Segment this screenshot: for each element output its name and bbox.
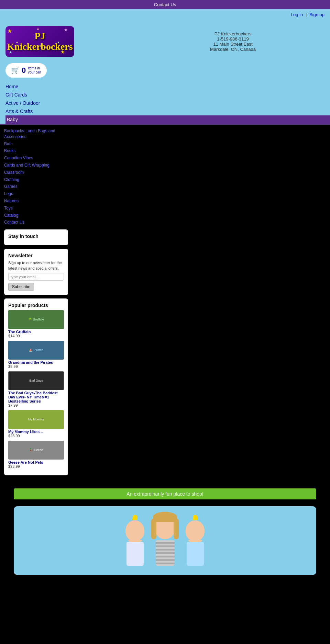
store-name: PJ Knickerbockers bbox=[210, 31, 256, 36]
popular-products-title: Popular products bbox=[8, 303, 64, 308]
nav-gift-cards[interactable]: Gift Cards bbox=[6, 91, 330, 99]
signup-link[interactable]: Sign up bbox=[309, 12, 324, 17]
bottom-banner: An extraordinarily fun place to shop! bbox=[14, 488, 316, 499]
product-price-geese: $23.99 bbox=[8, 464, 64, 468]
sidebar-item-games[interactable]: Games bbox=[4, 183, 68, 190]
top-bar: Contact Us bbox=[0, 0, 330, 9]
auth-links: Log in | Sign up bbox=[291, 12, 324, 17]
auth-separator: | bbox=[306, 12, 307, 17]
product-price-bad-guys: $7.99 bbox=[8, 403, 64, 407]
product-image-gruffalo: 🌳 Gruffalo bbox=[8, 310, 64, 329]
logo[interactable]: ★ ★ ★ ★ ★ ★ ★ PJKnickerbockers bbox=[6, 26, 74, 57]
popular-products-widget: Popular products 🌳 Gruffalo The Gruffalo… bbox=[4, 298, 68, 475]
stay-in-touch-widget: Stay in touch bbox=[4, 229, 68, 245]
subscribe-button[interactable]: Subscribe bbox=[8, 283, 34, 291]
newsletter-title: Newsletter bbox=[8, 253, 64, 258]
product-item-bad-guys[interactable]: Bad Guys The Bad Guys-The Baddest Day Ev… bbox=[8, 371, 64, 407]
product-title-gruffalo: The Gruffalo bbox=[8, 330, 64, 334]
bottom-image-area bbox=[14, 506, 316, 575]
product-item-mommy[interactable]: My Mommy My Mommy Likes... $23.99 bbox=[8, 410, 64, 438]
sidebar-item-natures[interactable]: Natures bbox=[4, 197, 68, 205]
navigation: Home Gift Cards Active / Outdoor Arts & … bbox=[0, 81, 330, 125]
product-price-grandma: $8.99 bbox=[8, 364, 64, 369]
logo-text: PJKnickerbockers bbox=[7, 31, 73, 52]
doll-2 bbox=[155, 517, 175, 566]
main-content: Backpacks-Lunch Bags and Accessories Bat… bbox=[0, 125, 330, 482]
nav-active-outdoor[interactable]: Active / Outdoor bbox=[6, 99, 330, 107]
sidebar-item-bath[interactable]: Bath bbox=[4, 140, 68, 148]
cart-count: 0 bbox=[22, 66, 26, 75]
sidebar-item-classroom[interactable]: Classroom bbox=[4, 169, 68, 176]
product-image-mommy: My Mommy bbox=[8, 410, 64, 429]
cart-icon: 🛒 bbox=[11, 66, 20, 75]
sidebar-item-backpacks[interactable]: Backpacks-Lunch Bags and Accessories bbox=[4, 127, 68, 140]
sidebar-item-contact-us[interactable]: Contact Us bbox=[4, 219, 68, 226]
contact-us-label[interactable]: Contact Us bbox=[154, 2, 176, 7]
product-title-geese: Geese Are Not Pets bbox=[8, 460, 64, 464]
cart-label2: your cart bbox=[28, 70, 41, 75]
doll-3 bbox=[186, 515, 205, 566]
sidebar: Backpacks-Lunch Bags and Accessories Bat… bbox=[0, 125, 72, 482]
email-field[interactable] bbox=[8, 273, 64, 281]
sidebar-item-toys[interactable]: Toys bbox=[4, 205, 68, 212]
sidebar-item-catalog[interactable]: Catalog bbox=[4, 212, 68, 219]
auth-area: Log in | Sign up bbox=[0, 9, 330, 20]
nav-baby[interactable]: Baby bbox=[6, 115, 330, 124]
product-price-gruffalo: $14.99 bbox=[8, 334, 64, 338]
product-image-bad-guys: Bad Guys bbox=[8, 371, 64, 390]
sidebar-item-lego[interactable]: Lego bbox=[4, 190, 68, 197]
spacer bbox=[0, 482, 330, 488]
doll-figures bbox=[122, 511, 208, 569]
cart-label1: items in bbox=[28, 66, 41, 70]
logo-info-area: ★ ★ ★ ★ ★ ★ ★ PJKnickerbockers PJ Knicke… bbox=[0, 20, 330, 63]
login-link[interactable]: Log in bbox=[291, 12, 303, 17]
nav-arts-crafts[interactable]: Arts & Crafts bbox=[6, 107, 330, 115]
cart-cloud[interactable]: 🛒 0 items in your cart bbox=[6, 63, 47, 78]
store-phone: 1-519-986-3119 bbox=[210, 36, 256, 42]
nav-home[interactable]: Home bbox=[6, 82, 330, 91]
product-image-grandma: ⛵ Pirates bbox=[8, 341, 64, 360]
bottom-banner-text: An extraordinarily fun place to shop! bbox=[126, 491, 203, 497]
product-item-geese[interactable]: 🦆 Geese Geese Are Not Pets $23.99 bbox=[8, 441, 64, 468]
sidebar-item-clothing[interactable]: Clothing bbox=[4, 176, 68, 183]
product-title-grandma: Grandma and the Pirates bbox=[8, 360, 64, 364]
stay-in-touch-title: Stay in touch bbox=[8, 234, 64, 239]
product-title-mommy: My Mommy Likes... bbox=[8, 430, 64, 434]
store-info: PJ Knickerbockers 1-519-986-3119 11 Main… bbox=[210, 31, 256, 52]
doll-1 bbox=[125, 515, 144, 566]
cart-label: items in your cart bbox=[28, 66, 41, 75]
product-image-geese: 🦆 Geese bbox=[8, 441, 64, 460]
product-item-grandma[interactable]: ⛵ Pirates Grandma and the Pirates $8.99 bbox=[8, 341, 64, 369]
cart-area: 🛒 0 items in your cart bbox=[0, 63, 330, 81]
product-item-gruffalo[interactable]: 🌳 Gruffalo The Gruffalo $14.99 bbox=[8, 310, 64, 338]
product-title-bad-guys: The Bad Guys-The Baddest Day Ever- NY Ti… bbox=[8, 391, 64, 403]
product-price-mommy: $23.99 bbox=[8, 434, 64, 438]
sidebar-item-canadian-vibes[interactable]: Canadian Vibes bbox=[4, 155, 68, 162]
store-address2: Markdale, ON, Canada bbox=[210, 47, 256, 52]
store-address1: 11 Main Street East bbox=[210, 42, 256, 47]
sidebar-item-books[interactable]: Books bbox=[4, 147, 68, 155]
content-right bbox=[72, 125, 330, 482]
newsletter-description: Sign up to our newsletter for the latest… bbox=[8, 260, 64, 271]
newsletter-widget: Newsletter Sign up to our newsletter for… bbox=[4, 249, 68, 295]
sidebar-item-cards-gift[interactable]: Cards and Gift Wrapping bbox=[4, 162, 68, 169]
